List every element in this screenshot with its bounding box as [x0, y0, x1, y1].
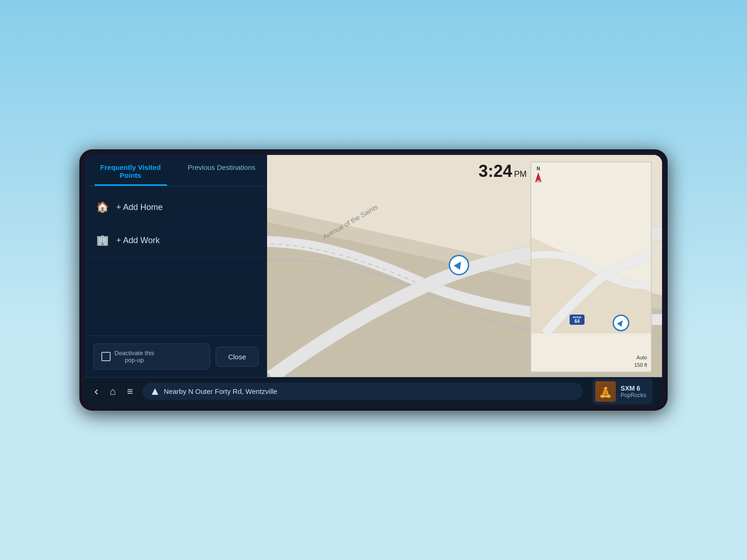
tab-bar: Frequently Visited Points Previous Desti…	[85, 155, 267, 186]
menu-items-list: 🏠 + Add Home 🏢 + Add Work	[85, 186, 267, 336]
compass-arrow-icon	[535, 172, 542, 182]
north-indicator: N	[535, 166, 542, 182]
map-scale-label: Auto 150 ft	[634, 354, 647, 369]
media-widget[interactable]: 🧘 SXM 6 PopRocks	[592, 378, 653, 405]
add-home-item[interactable]: 🏠 + Add Home	[85, 191, 267, 224]
sidebar-panel: Frequently Visited Points Previous Desti…	[85, 155, 267, 377]
highway-badge-i64: INTER 64	[570, 315, 585, 325]
work-icon: 🏢	[96, 234, 109, 246]
album-art: 🧘	[595, 381, 616, 402]
infotainment-screen: Frequently Visited Points Previous Desti…	[85, 155, 662, 405]
media-song: PopRocks	[620, 392, 646, 399]
menu-button[interactable]: ≡	[127, 385, 133, 398]
mini-map-panel: N INTER 64	[530, 161, 652, 372]
media-channel: SXM 6	[620, 385, 646, 392]
mini-map-vehicle-indicator	[613, 315, 629, 331]
sidebar-footer: Deactivate thispop-up Close	[85, 336, 267, 377]
add-home-label: + Add Home	[116, 203, 163, 212]
add-work-label: + Add Work	[116, 236, 160, 245]
location-bar[interactable]: Nearby N Outer Forty Rd, Wentzville	[142, 383, 583, 400]
nav-controls: ‹ ⌂ ≡	[94, 384, 133, 399]
deactivate-label: Deactivate thispop-up	[114, 350, 154, 364]
car-infotainment-bezel: Frequently Visited Points Previous Desti…	[79, 149, 668, 411]
nav-direction-arrow	[454, 259, 464, 270]
mini-map-content: N INTER 64	[531, 162, 651, 371]
close-button[interactable]: Close	[216, 347, 259, 367]
main-content-area: Frequently Visited Points Previous Desti…	[85, 155, 662, 377]
clock-display: 3:24PM	[479, 161, 527, 181]
home-icon: 🏠	[96, 201, 109, 213]
back-button[interactable]: ‹	[94, 384, 99, 399]
bottom-navigation-bar: ‹ ⌂ ≡ Nearby N Outer Forty Rd, Wentzvill…	[85, 377, 662, 405]
map-view[interactable]: Avenue of the Saints 3:24PM	[267, 155, 662, 377]
mini-map-svg	[531, 162, 651, 371]
deactivate-checkbox-icon	[101, 352, 111, 361]
location-text: Nearby N Outer Forty Rd, Wentzville	[164, 387, 277, 395]
mini-nav-arrow	[617, 318, 625, 327]
add-work-item[interactable]: 🏢 + Add Work	[85, 224, 267, 257]
tab-frequently-visited[interactable]: Frequently Visited Points	[85, 155, 176, 186]
media-info: SXM 6 PopRocks	[620, 385, 646, 399]
deactivate-button[interactable]: Deactivate thispop-up	[93, 343, 210, 370]
album-art-icon: 🧘	[599, 386, 613, 397]
tab-previous-destinations[interactable]: Previous Destinations	[176, 155, 267, 186]
location-arrow-icon	[152, 388, 158, 395]
home-button[interactable]: ⌂	[110, 385, 116, 398]
